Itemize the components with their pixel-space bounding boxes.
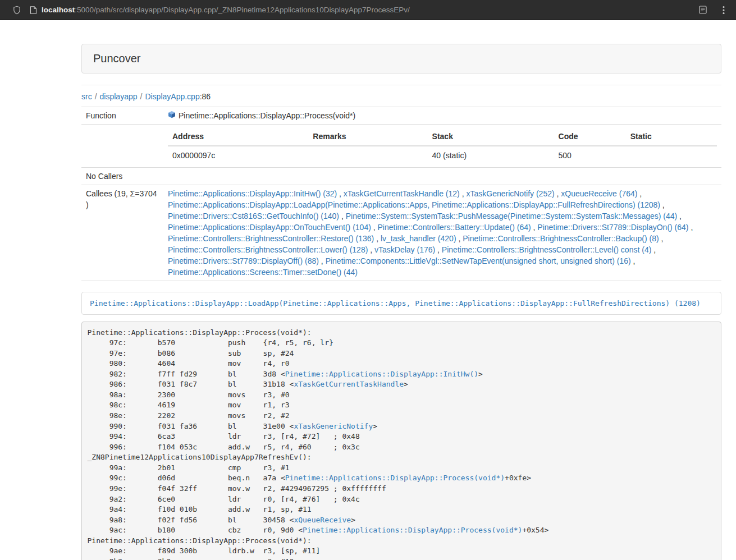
- callee-link[interactable]: Pinetime::Controllers::BrightnessControl…: [442, 245, 651, 254]
- disassembly-symbol-link[interactable]: Pinetime::Applications::DisplayApp::Proc…: [303, 526, 522, 534]
- callees-row: Callees (19, Σ=3704 ) Pinetime::Applicat…: [81, 185, 721, 281]
- static-value: [626, 146, 717, 164]
- callee-link[interactable]: Pinetime::Controllers::BrightnessControl…: [168, 234, 374, 243]
- callee-link[interactable]: xTaskGenericNotify (252): [466, 189, 554, 198]
- function-info-table: Function Pinetime::Applications::Display…: [81, 107, 721, 281]
- function-name: Pinetime::Applications::DisplayApp::Proc…: [179, 110, 355, 121]
- address-value: 0x0000097c: [168, 146, 308, 164]
- function-row: Function Pinetime::Applications::Display…: [81, 107, 721, 125]
- code-size-value: 500: [554, 146, 626, 164]
- highlight-symbol-link[interactable]: Pinetime::Applications::DisplayApp::Load…: [90, 299, 701, 307]
- function-symbol-icon: [168, 110, 176, 121]
- security-shield-icon[interactable]: [12, 6, 21, 15]
- breadcrumb-separator: /: [95, 92, 97, 101]
- disassembly-pre: Pinetime::Applications::DisplayApp::Proc…: [81, 322, 721, 560]
- callee-link[interactable]: Pinetime::Applications::DisplayApp::Init…: [168, 189, 337, 198]
- metrics-data-row: 0x0000097c 40 (static) 500: [168, 146, 717, 164]
- metrics-table: Address Remarks Stack Code Static 0x0000…: [168, 127, 717, 164]
- disassembly-symbol-link[interactable]: xTaskGetCurrentTaskHandle: [294, 380, 404, 388]
- no-callers-row: No Callers: [81, 168, 721, 185]
- main-content: Puncover src/displayapp/DisplayApp.cpp:8…: [81, 20, 721, 560]
- highlight-panel: Pinetime::Applications::DisplayApp::Load…: [81, 292, 721, 315]
- callee-link[interactable]: Pinetime::Drivers::St7789::DisplayOff() …: [168, 256, 319, 265]
- reader-mode-icon[interactable]: [699, 6, 707, 14]
- page-title: Puncover: [93, 52, 141, 65]
- disassembly-symbol-link[interactable]: xQueueReceive: [294, 516, 351, 524]
- metrics-header-row: Address Remarks Stack Code Static: [168, 127, 717, 146]
- no-callers-label: No Callers: [81, 168, 163, 185]
- callee-link[interactable]: Pinetime::Applications::DisplayApp::Load…: [168, 200, 660, 209]
- header-divider: [81, 85, 721, 85]
- col-header-remarks: Remarks: [308, 127, 427, 146]
- callee-link[interactable]: xQueueReceive (764): [561, 189, 637, 198]
- url-path: :5000/path/src/displayapp/DisplayApp.cpp…: [75, 6, 410, 14]
- callee-link[interactable]: Pinetime::Drivers::Cst816S::GetTouchInfo…: [168, 212, 339, 221]
- callee-link[interactable]: vTaskDelay (176): [374, 245, 435, 254]
- disassembly-symbol-link[interactable]: Pinetime::Applications::DisplayApp::Proc…: [285, 474, 505, 482]
- url-bar[interactable]: localhost:5000/path/src/displayapp/Displ…: [42, 6, 699, 14]
- callee-link[interactable]: lv_task_handler (420): [381, 234, 456, 243]
- callees-label: Callees (19, Σ=3704 ): [81, 185, 163, 281]
- browser-toolbar: localhost:5000/path/src/displayapp/Displ…: [0, 0, 736, 20]
- app-title-panel: Puncover: [81, 44, 721, 74]
- breadcrumb-displayapp-link[interactable]: displayapp: [100, 92, 138, 101]
- callee-link[interactable]: xTaskGetCurrentTaskHandle (12): [344, 189, 460, 198]
- breadcrumb-line-number: :86: [200, 92, 211, 101]
- metrics-row: Address Remarks Stack Code Static 0x0000…: [81, 125, 721, 168]
- function-label: Function: [81, 107, 163, 125]
- breadcrumb-src-link[interactable]: src: [81, 92, 92, 101]
- callee-link[interactable]: Pinetime::Components::LittleVgl::SetNewT…: [326, 256, 631, 265]
- breadcrumb-separator: /: [140, 92, 143, 101]
- callee-link[interactable]: Pinetime::System::SystemTask::PushMessag…: [346, 212, 678, 221]
- disassembly-symbol-link[interactable]: Pinetime::Applications::DisplayApp::Init…: [285, 370, 478, 378]
- stack-value: 40 (static): [428, 146, 554, 164]
- disassembly-symbol-link[interactable]: xTaskGenericNotify: [294, 422, 373, 430]
- callee-link[interactable]: Pinetime::Drivers::St7789::DisplayOn() (…: [537, 223, 688, 232]
- callee-link[interactable]: Pinetime::Applications::DisplayApp::OnTo…: [168, 223, 371, 232]
- callee-link[interactable]: Pinetime::Applications::Screens::Timer::…: [168, 268, 358, 277]
- callee-link[interactable]: Pinetime::Controllers::BrightnessControl…: [463, 234, 659, 243]
- col-header-stack: Stack: [428, 127, 554, 146]
- callee-link[interactable]: Pinetime::Controllers::Battery::Update()…: [378, 223, 531, 232]
- callees-list: Pinetime::Applications::DisplayApp::Init…: [163, 185, 721, 281]
- col-header-static: Static: [626, 127, 717, 146]
- breadcrumb: src/displayapp/DisplayApp.cpp:86: [81, 91, 721, 102]
- remarks-value: [308, 146, 427, 164]
- vertical-dots-menu-icon[interactable]: [719, 6, 728, 15]
- page-icon: [30, 6, 37, 14]
- callee-link[interactable]: Pinetime::Controllers::BrightnessControl…: [168, 245, 368, 254]
- col-header-code: Code: [554, 127, 626, 146]
- url-host: localhost: [42, 6, 75, 14]
- breadcrumb-file-link[interactable]: DisplayApp.cpp: [145, 92, 199, 101]
- col-header-address: Address: [168, 127, 308, 146]
